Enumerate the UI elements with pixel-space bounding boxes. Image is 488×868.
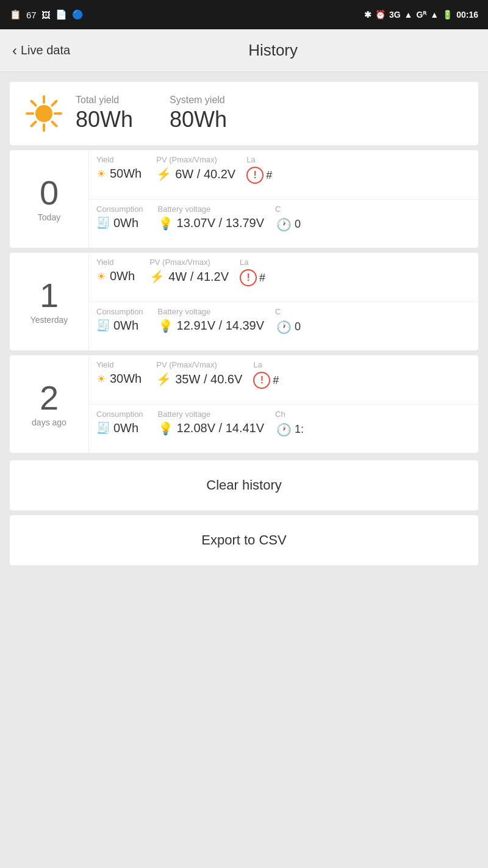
row-1-top: Yield ☀ 0Wh PV (Pmax/Vmax) ⚡ 4W / 41.2V (89, 253, 478, 302)
clear-history-button[interactable]: Clear history (10, 460, 478, 510)
row-1-pv: PV (Pmax/Vmax) ⚡ 4W / 41.2V (142, 253, 236, 302)
row-0-battery: Battery voltage 💡 13.07V / 13.79V (151, 200, 271, 248)
spacer-2 (10, 350, 478, 355)
bluetooth-icon: ✱ (364, 10, 371, 20)
status-right: ✱ ⏰ 3G ▲ Gᴿ ▲ 🔋 00:16 (364, 10, 478, 20)
history-row-1[interactable]: 1 Yesterday Yield ☀ 0Wh PV (Pmax/Vmax) (10, 253, 478, 350)
svg-line-7 (52, 101, 57, 106)
system-yield-label: System yield (170, 95, 227, 106)
day-label-1: 1 Yesterday (10, 253, 89, 350)
alert-icon-1-top: ! (240, 269, 257, 286)
row-2-top: Yield ☀ 30Wh PV (Pmax/Vmax) ⚡ 35W / 40.6… (89, 355, 478, 405)
row-0-stats: Yield ☀ 50Wh PV (Pmax/Vmax) ⚡ 6W / 40.2V (89, 150, 478, 248)
row-1-consumption: Consumption 🧾 0Wh (89, 302, 151, 351)
back-label: Live data (21, 43, 70, 57)
day-number-2: 2 (40, 381, 59, 415)
row-2-battery: Battery voltage 💡 12.08V / 14.41V (151, 405, 271, 454)
clock-icon-1: 🕐 (275, 319, 292, 336)
clock-icon-0: 🕐 (275, 216, 292, 233)
row-1-last: La ! # (236, 253, 285, 302)
alarm-icon: ⏰ (375, 10, 386, 20)
svg-point-0 (35, 105, 52, 122)
day-number-0: 0 (40, 176, 59, 210)
row-0-consumption: Consumption 🧾 0Wh (89, 200, 151, 248)
row-1-bottom: Consumption 🧾 0Wh Battery voltage 💡 12.9… (89, 302, 478, 351)
main-content: Total yield 80Wh System yield 80Wh 0 Tod… (0, 72, 488, 575)
spacer-1 (10, 248, 478, 253)
alert-icon-0-top: ! (246, 167, 264, 184)
summary-stats: Total yield 80Wh System yield 80Wh (76, 95, 227, 132)
carrier-label: Gᴿ (416, 10, 426, 20)
total-yield-stat: Total yield 80Wh (76, 95, 133, 132)
day-name-1: Yesterday (30, 315, 68, 325)
history-list: 0 Today Yield ☀ 50Wh PV (Pmax/Vmax) (10, 150, 478, 453)
lightning-icon-1: ⚡ (149, 269, 165, 284)
row-2-charge: Ch 🕐 1: (271, 405, 320, 454)
system-yield-value: 80Wh (170, 107, 227, 132)
row-0-yield: Yield ☀ 50Wh (89, 150, 149, 199)
signal-icon: ▲ (404, 10, 413, 20)
meter-icon-1: 🧾 (96, 319, 110, 332)
history-row-0[interactable]: 0 Today Yield ☀ 50Wh PV (Pmax/Vmax) (10, 150, 478, 248)
meter-icon-0: 🧾 (96, 216, 110, 230)
image-icon: 🖼 (41, 10, 51, 20)
row-1-yield: Yield ☀ 0Wh (89, 253, 142, 302)
network-label: 3G (389, 10, 401, 20)
row-2-bottom: Consumption 🧾 0Wh Battery voltage 💡 12.0… (89, 405, 478, 454)
system-yield-stat: System yield 80Wh (170, 95, 227, 132)
status-bar: 📋 67 🖼 📄 🔵 ✱ ⏰ 3G ▲ Gᴿ ▲ 🔋 00:16 (0, 0, 488, 29)
day-label-2: 2 days ago (10, 355, 89, 453)
clipboard-icon: 📋 (10, 9, 21, 20)
row-0-pv: PV (Pmax/Vmax) ⚡ 6W / 40.2V (149, 150, 243, 199)
bulb-icon-2: 💡 (158, 421, 173, 436)
back-button[interactable]: ‹ Live data (12, 42, 70, 59)
day-name-2: days ago (32, 418, 66, 427)
row-0-charge: C 🕐 0 (271, 200, 320, 248)
row-0-top: Yield ☀ 50Wh PV (Pmax/Vmax) ⚡ 6W / 40.2V (89, 150, 478, 200)
row-1-stats: Yield ☀ 0Wh PV (Pmax/Vmax) ⚡ 4W / 41.2V (89, 253, 478, 350)
battery-icon: 🔋 (442, 10, 453, 20)
sun-small-icon-0: ☀ (96, 167, 106, 181)
row-2-stats: Yield ☀ 30Wh PV (Pmax/Vmax) ⚡ 35W / 40.6… (89, 355, 478, 453)
summary-card: Total yield 80Wh System yield 80Wh (10, 82, 478, 145)
row-1-battery: Battery voltage 💡 12.91V / 14.39V (151, 302, 271, 351)
alert-icon-2-top: ! (253, 372, 270, 389)
lightning-icon-2: ⚡ (156, 372, 171, 386)
bulb-icon-0: 💡 (158, 216, 173, 231)
carrier-signal-icon: ▲ (430, 10, 439, 20)
sun-small-icon-1: ☀ (96, 270, 106, 283)
copy-icon: 📄 (56, 9, 67, 20)
sun-small-icon-2: ☀ (96, 372, 106, 386)
day-name-0: Today (38, 212, 60, 222)
svg-line-6 (52, 122, 57, 126)
lightning-icon-0: ⚡ (156, 167, 171, 181)
time-display: 00:16 (456, 10, 478, 20)
day-number-1: 1 (40, 278, 59, 313)
svg-line-5 (32, 101, 36, 106)
day-label-0: 0 Today (10, 150, 89, 248)
row-2-pv: PV (Pmax/Vmax) ⚡ 35W / 40.6V (149, 355, 249, 404)
row-0-last: La ! # (243, 150, 292, 199)
bluetooth-app-icon: 🔵 (72, 9, 84, 20)
status-icons: 📋 67 🖼 📄 🔵 (10, 9, 84, 20)
sun-icon (24, 94, 63, 133)
total-yield-value: 80Wh (76, 107, 133, 132)
back-arrow-icon: ‹ (12, 42, 17, 59)
top-nav: ‹ Live data History (0, 29, 488, 72)
row-2-last: La ! # (249, 355, 298, 404)
export-csv-button[interactable]: Export to CSV (10, 515, 478, 565)
history-row-2[interactable]: 2 days ago Yield ☀ 30Wh PV (Pmax/Vmax) (10, 355, 478, 453)
notification-count: 67 (26, 10, 37, 20)
svg-line-8 (32, 122, 36, 126)
clock-icon-2: 🕐 (275, 421, 292, 438)
row-2-consumption: Consumption 🧾 0Wh (89, 405, 151, 454)
bulb-icon-1: 💡 (158, 319, 173, 333)
total-yield-label: Total yield (76, 95, 133, 106)
row-1-charge: C 🕐 0 (271, 302, 320, 351)
row-2-yield: Yield ☀ 30Wh (89, 355, 149, 404)
row-0-bottom: Consumption 🧾 0Wh Battery voltage 💡 13.0… (89, 200, 478, 248)
meter-icon-2: 🧾 (96, 421, 110, 435)
page-title: History (70, 41, 476, 60)
